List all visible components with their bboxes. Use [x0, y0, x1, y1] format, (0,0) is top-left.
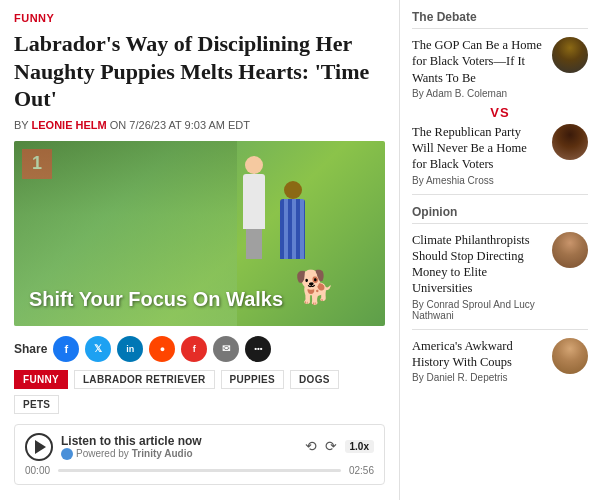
article-image: 1 🐕: [14, 141, 385, 326]
opinion-divider: [412, 329, 588, 330]
play-icon: [35, 440, 46, 454]
section-divider: [412, 194, 588, 195]
opinion-item-2: America's Awkward History With Coups By …: [412, 338, 588, 384]
tag-labrador[interactable]: LABRADOR RETRIEVER: [74, 370, 215, 389]
linkedin-share-button[interactable]: in: [117, 336, 143, 362]
trinity-logo-icon: [61, 448, 73, 460]
email-share-button[interactable]: ✉: [213, 336, 239, 362]
article-author[interactable]: LEONIE HELM: [32, 119, 107, 131]
byline-prefix: BY: [14, 119, 28, 131]
tags-row: FUNNY LABRADOR RETRIEVER PUPPIES DOGS PE…: [14, 370, 385, 414]
opinion-author-2: By Daniel R. Depetris: [412, 372, 544, 383]
debate-author-2: By Ameshia Cross: [412, 175, 544, 186]
audio-title: Listen to this article now: [61, 434, 297, 448]
flipboard-share-button[interactable]: f: [181, 336, 207, 362]
debate-item-1: The GOP Can Be a Home for Black Voters—I…: [412, 37, 588, 99]
article-byline: BY LEONIE HELM ON 7/26/23 AT 9:03 AM EDT: [14, 119, 385, 131]
opinion-section: Opinion Climate Philanthropists Should S…: [412, 205, 588, 384]
article-date: ON 7/26/23 AT 9:03 AM EDT: [110, 119, 250, 131]
tag-pets[interactable]: PETS: [14, 395, 59, 414]
speed-control[interactable]: 1.0x: [345, 440, 374, 453]
tag-dogs[interactable]: DOGS: [290, 370, 339, 389]
progress-bar[interactable]: [58, 469, 341, 472]
audio-time-start: 00:00: [25, 465, 50, 476]
article-category[interactable]: FUNNY: [14, 12, 385, 24]
debate-text-area: The GOP Can Be a Home for Black Voters—I…: [412, 37, 544, 99]
opinion-text-area-1: Climate Philanthropists Should Stop Dire…: [412, 232, 544, 321]
opinion-article-title-1[interactable]: Climate Philanthropists Should Stop Dire…: [412, 232, 544, 297]
debate-text-area-2: The Republican Party Will Never Be a Hom…: [412, 124, 544, 186]
article-title: Labrador's Way of Disciplining Her Naugh…: [14, 30, 385, 113]
dog-icon: 🐕: [295, 268, 335, 306]
debate-article-title-1[interactable]: The GOP Can Be a Home for Black Voters—I…: [412, 37, 544, 86]
audio-time-end: 02:56: [349, 465, 374, 476]
avatar-4: [552, 338, 588, 374]
reddit-share-button[interactable]: ●: [149, 336, 175, 362]
vs-label: VS: [412, 105, 588, 120]
audio-player: Listen to this article now Powered by Tr…: [14, 424, 385, 485]
audio-info: Listen to this article now Powered by Tr…: [61, 434, 297, 460]
debate-item-2: The Republican Party Will Never Be a Hom…: [412, 124, 588, 186]
avatar-3: [552, 232, 588, 268]
opinion-section-header: Opinion: [412, 205, 588, 224]
audio-powered: Powered by Trinity Audio: [61, 448, 297, 460]
tag-funny[interactable]: FUNNY: [14, 370, 68, 389]
image-overlay-text: Shift Your Focus On Walks: [29, 288, 283, 311]
facebook-share-button[interactable]: f: [53, 336, 79, 362]
audio-controls: ⟲ ⟳ 1.0x: [305, 438, 374, 455]
forward-button[interactable]: ⟳: [325, 438, 337, 455]
opinion-item-1: Climate Philanthropists Should Stop Dire…: [412, 232, 588, 321]
opinion-text-area-2: America's Awkward History With Coups By …: [412, 338, 544, 384]
audio-timeline: 00:00 02:56: [25, 465, 374, 476]
sidebar-right: The Debate The GOP Can Be a Home for Bla…: [400, 0, 600, 500]
debate-author-1: By Adam B. Coleman: [412, 88, 544, 99]
twitter-share-button[interactable]: 𝕏: [85, 336, 111, 362]
share-label: Share: [14, 342, 47, 356]
avatar-1: [552, 37, 588, 73]
debate-article-title-2[interactable]: The Republican Party Will Never Be a Hom…: [412, 124, 544, 173]
avatar-2: [552, 124, 588, 160]
more-share-button[interactable]: •••: [245, 336, 271, 362]
rewind-button[interactable]: ⟲: [305, 438, 317, 455]
play-button[interactable]: [25, 433, 53, 461]
article-left-column: FUNNY Labrador's Way of Disciplining Her…: [0, 0, 400, 500]
share-row: Share f 𝕏 in ● f ✉ •••: [14, 336, 385, 362]
debate-section-header: The Debate: [412, 10, 588, 29]
tag-puppies[interactable]: PUPPIES: [221, 370, 284, 389]
opinion-article-title-2[interactable]: America's Awkward History With Coups: [412, 338, 544, 371]
opinion-author-1: By Conrad Sproul And Lucy Nathwani: [412, 299, 544, 321]
